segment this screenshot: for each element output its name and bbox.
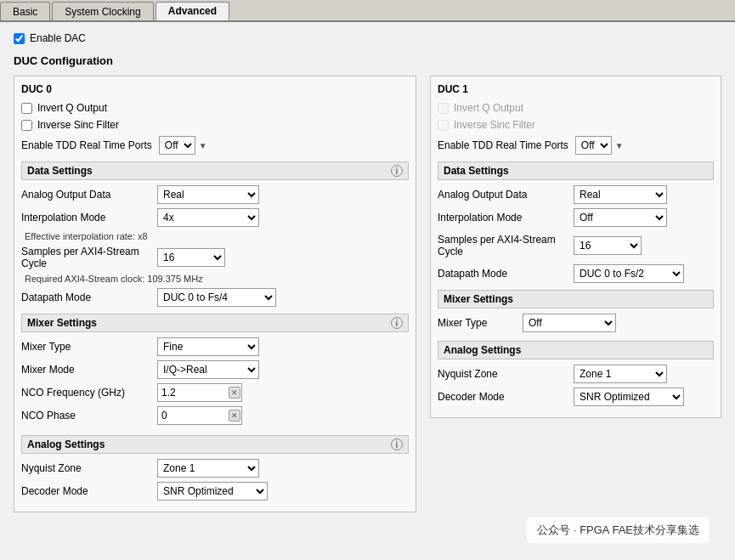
duc0-mixer-settings-info-icon[interactable]: i <box>391 317 403 329</box>
tab-system-clocking[interactable]: System Clocking <box>52 2 153 20</box>
tab-bar: Basic System Clocking Advanced <box>0 0 735 22</box>
enable-dac-row: Enable DAC <box>14 32 721 44</box>
duc1-samples-cycle-select[interactable]: 481632 <box>574 236 642 255</box>
duc0-mixer-type-select[interactable]: OffFineCoarse <box>157 337 259 356</box>
duc0-mixer-mode-row: Mixer Mode I/Q->RealReal->RealI/Q->I/Q <box>21 360 409 379</box>
duc1-datapath-label: Datapath Mode <box>438 268 574 280</box>
duc1-title: DUC 1 <box>438 83 714 95</box>
duc0-mixer-settings-title: Mixer Settings <box>27 317 97 329</box>
duc0-decoder-select[interactable]: SNR OptimizedPower Optimized <box>157 482 268 501</box>
duc0-nco-freq-clear-btn[interactable]: ✕ <box>229 387 240 399</box>
duc0-inverse-sinc-row: Inverse Sinc Filter <box>21 119 409 131</box>
duc1-invert-q-checkbox[interactable] <box>438 103 449 114</box>
duc-config-title: DUC Configuration <box>14 54 721 67</box>
duc1-inverse-sinc-checkbox[interactable] <box>438 120 449 131</box>
duc1-tdd-arrow: ▼ <box>615 141 624 150</box>
duc0-nco-freq-wrap: ✕ <box>157 383 242 402</box>
duc1-data-settings-title: Data Settings <box>444 165 509 177</box>
duc1-decoder-label: Decoder Mode <box>438 391 574 403</box>
duc0-tdd-select[interactable]: Off On <box>159 136 195 155</box>
duc1-tdd-row: Enable TDD Real Time Ports Off On ▼ <box>438 136 714 155</box>
duc0-nco-phase-row: NCO Phase ✕ <box>21 406 409 425</box>
duc1-tdd-select[interactable]: Off On <box>575 136 612 155</box>
duc1-analog-output-label: Analog Output Data <box>438 189 574 201</box>
duc0-invert-q-row: Invert Q Output <box>21 102 409 114</box>
duc1-samples-cycle-label: Samples per AXI4-Stream Cycle <box>438 234 574 257</box>
duc1-tdd-label: Enable TDD Real Time Ports <box>438 139 568 151</box>
tab-basic[interactable]: Basic <box>0 2 50 20</box>
main-content: Enable DAC DUC Configuration DUC 0 Inver… <box>0 22 735 560</box>
duc0-samples-cycle-select[interactable]: 481632 <box>157 248 225 267</box>
enable-dac-label: Enable DAC <box>30 32 86 44</box>
enable-dac-checkbox[interactable] <box>14 33 25 44</box>
duc1-mixer-type-row: Mixer Type OffFineCoarse <box>438 314 714 332</box>
duc1-analog-output-select[interactable]: RealComplex <box>574 185 667 204</box>
duc0-analog-output-label: Analog Output Data <box>21 189 157 201</box>
duc0-analog-settings-info-icon[interactable]: i <box>391 438 403 450</box>
duc1-mixer-type-select[interactable]: OffFineCoarse <box>523 314 616 332</box>
duc0-decoder-label: Decoder Mode <box>21 485 157 497</box>
duc1-inverse-sinc-row: Inverse Sinc Filter <box>438 119 714 131</box>
duc0-mixer-settings-header: Mixer Settings i <box>21 314 409 332</box>
duc1-box: DUC 1 Invert Q Output Inverse Sinc Filte… <box>430 76 721 418</box>
duc0-data-settings-title: Data Settings <box>27 165 93 177</box>
duc1-interp-mode-select[interactable]: Off1x2x4x8x <box>574 208 667 227</box>
duc0-mixer-type-label: Mixer Type <box>21 341 157 353</box>
duc1-analog-settings-title: Analog Settings <box>444 344 521 356</box>
duc1-analog-output-row: Analog Output Data RealComplex <box>438 185 714 204</box>
duc0-samples-cycle-label: Samples per AXI4-Stream Cycle <box>21 246 157 269</box>
duc1-mixer-settings-header: Mixer Settings <box>438 290 714 308</box>
duc1-nyquist-label: Nyquist Zone <box>438 368 574 380</box>
duc0-invert-q-label: Invert Q Output <box>37 102 107 114</box>
duc0-nco-freq-row: NCO Frequency (GHz) ✕ <box>21 383 409 402</box>
duc0-invert-q-checkbox[interactable] <box>21 103 32 114</box>
duc1-inverse-sinc-label: Inverse Sinc Filter <box>454 119 535 131</box>
duc0-nyquist-select[interactable]: Zone 1Zone 2 <box>157 459 259 478</box>
duc0-analog-output-row: Analog Output Data Real Complex <box>21 185 409 204</box>
duc0-nyquist-row: Nyquist Zone Zone 1Zone 2 <box>21 459 409 478</box>
duc1-interp-mode-label: Interpolation Mode <box>438 212 574 223</box>
duc1-datapath-row: Datapath Mode DUC 0 to Fs/4DUC 0 to Fs/2… <box>438 264 714 283</box>
duc0-effective-interp-text: Effective interpolation rate: x8 <box>21 231 409 241</box>
watermark: 公众号 · FPGA FAE技术分享集选 <box>527 518 710 543</box>
duc0-interp-mode-label: Interpolation Mode <box>21 212 157 223</box>
duc0-analog-output-select[interactable]: Real Complex <box>157 185 259 204</box>
duc0-analog-settings-header: Analog Settings i <box>21 435 409 454</box>
duc1-data-settings-header: Data Settings <box>438 161 714 180</box>
duc1-decoder-row: Decoder Mode SNR OptimizedPower Optimize… <box>438 387 714 406</box>
tab-advanced[interactable]: Advanced <box>155 2 229 20</box>
duc1-invert-q-row: Invert Q Output <box>438 102 714 114</box>
duc0-nyquist-label: Nyquist Zone <box>21 462 157 474</box>
duc0-column: DUC 0 Invert Q Output Inverse Sinc Filte… <box>14 76 430 518</box>
duc0-required-clock-text: Required AXI4-Stream clock: 109.375 MHz <box>21 274 409 284</box>
duc1-column: DUC 1 Invert Q Output Inverse Sinc Filte… <box>430 76 721 518</box>
duc0-nco-phase-clear-btn[interactable]: ✕ <box>229 410 240 421</box>
duc1-datapath-select[interactable]: DUC 0 to Fs/4DUC 0 to Fs/2Full Bandwidth <box>574 264 684 283</box>
duc0-title: DUC 0 <box>21 83 409 95</box>
duc1-analog-settings-header: Analog Settings <box>438 341 714 359</box>
duc0-samples-cycle-row: Samples per AXI4-Stream Cycle 481632 <box>21 246 409 269</box>
duc0-datapath-select[interactable]: DUC 0 to Fs/4DUC 0 to Fs/2Full Bandwidth <box>157 288 276 307</box>
duc0-inverse-sinc-label: Inverse Sinc Filter <box>37 119 119 131</box>
duc0-tdd-row: Enable TDD Real Time Ports Off On ▼ <box>21 136 409 155</box>
duc0-nco-phase-label: NCO Phase <box>21 410 157 421</box>
duc0-nco-phase-wrap: ✕ <box>157 406 242 425</box>
duc1-mixer-settings-title: Mixer Settings <box>444 293 513 305</box>
duc0-box: DUC 0 Invert Q Output Inverse Sinc Filte… <box>14 76 416 512</box>
duc1-mixer-type-label: Mixer Type <box>438 317 523 329</box>
duc-layout: DUC 0 Invert Q Output Inverse Sinc Filte… <box>14 76 721 518</box>
duc0-inverse-sinc-checkbox[interactable] <box>21 120 32 131</box>
duc0-mixer-type-row: Mixer Type OffFineCoarse <box>21 337 409 356</box>
duc1-nyquist-row: Nyquist Zone Zone 1Zone 2 <box>438 365 714 383</box>
duc1-nyquist-select[interactable]: Zone 1Zone 2 <box>574 365 667 383</box>
duc0-datapath-label: Datapath Mode <box>21 291 157 303</box>
duc1-interp-mode-row: Interpolation Mode Off1x2x4x8x <box>438 208 714 227</box>
duc0-analog-settings-title: Analog Settings <box>27 438 105 450</box>
duc0-data-settings-info-icon[interactable]: i <box>391 165 403 177</box>
duc0-datapath-row: Datapath Mode DUC 0 to Fs/4DUC 0 to Fs/2… <box>21 288 409 307</box>
duc1-decoder-select[interactable]: SNR OptimizedPower Optimized <box>574 387 684 406</box>
duc0-interp-mode-select[interactable]: Off1x2x4x8x <box>157 208 259 227</box>
duc0-mixer-mode-select[interactable]: I/Q->RealReal->RealI/Q->I/Q <box>157 360 259 379</box>
duc0-tdd-arrow: ▼ <box>199 141 207 150</box>
duc1-invert-q-label: Invert Q Output <box>454 102 523 114</box>
